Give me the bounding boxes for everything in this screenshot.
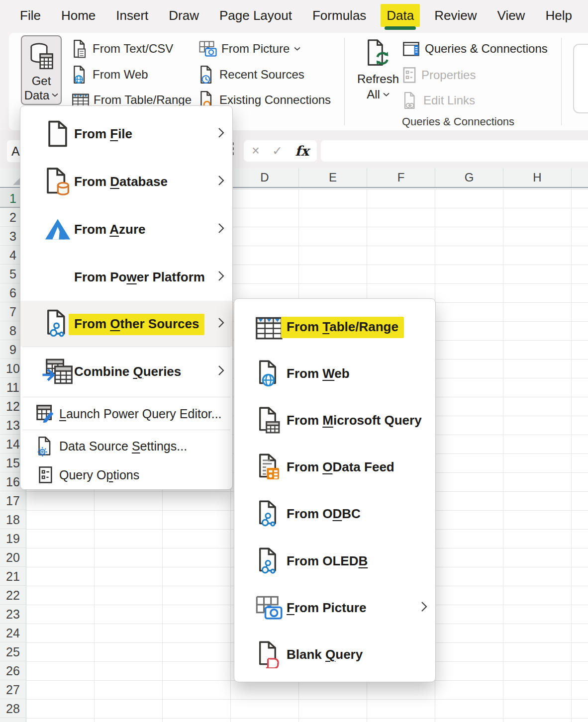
tab-file[interactable]: File <box>20 1 41 30</box>
row-header-20[interactable]: 20 <box>0 548 26 567</box>
submenu-item-from-odbc[interactable]: From ODBC <box>234 491 435 538</box>
other-sources-submenu: From Table/Range From Web From Microsoft… <box>234 298 436 682</box>
ribbon-tab-bar: File Home Insert Draw Page Layout Formul… <box>0 0 588 31</box>
get-data-icon <box>26 42 57 74</box>
menu-item-from-file[interactable]: From File <box>20 110 232 158</box>
tab-insert[interactable]: Insert <box>116 1 148 30</box>
menu-item-from-azure[interactable]: From Azure <box>20 205 232 253</box>
submenu-item-from-odata-feed[interactable]: From OData Feed <box>234 444 435 491</box>
column-header-E[interactable]: E <box>298 168 367 187</box>
text-csv-icon <box>72 39 88 58</box>
menu-item-combine-queries[interactable]: Combine Queries <box>20 348 232 395</box>
menu-item-from-power-platform[interactable]: From Power Platform <box>20 253 232 301</box>
submenu-item-from-web[interactable]: From Web <box>234 350 435 397</box>
tab-home[interactable]: Home <box>61 1 96 30</box>
group-divider <box>344 38 345 125</box>
menu-separator <box>22 347 230 347</box>
chevron-down-icon <box>294 47 300 51</box>
row-header-19[interactable]: 19 <box>0 529 26 548</box>
tab-review[interactable]: Review <box>434 1 477 30</box>
menu-separator <box>22 397 230 397</box>
submenu-item-from-picture[interactable]: From Picture <box>234 584 435 631</box>
web-icon <box>251 360 287 387</box>
row-header-23[interactable]: 23 <box>0 605 26 624</box>
queries-connections-icon <box>403 42 419 56</box>
recent-sources-button[interactable]: Recent Sources <box>199 65 304 84</box>
row-header-22[interactable]: 22 <box>0 586 26 605</box>
combine-queries-icon <box>41 359 74 384</box>
row-header-25[interactable]: 25 <box>0 642 26 661</box>
menu-item-data-source-settings[interactable]: Data Source Settings... <box>20 431 232 461</box>
submenu-arrow-icon <box>218 127 224 140</box>
submenu-arrow-icon <box>218 223 224 236</box>
row-header-24[interactable]: 24 <box>0 624 26 642</box>
from-text-csv-button[interactable]: From Text/CSV <box>72 39 173 58</box>
column-header-H[interactable]: H <box>503 168 571 187</box>
blank-query-icon <box>251 641 287 668</box>
menu-item-launch-power-query-editor[interactable]: Launch Power Query Editor... <box>20 399 232 429</box>
properties-button: Properties <box>403 66 476 84</box>
odbc-icon <box>251 500 287 528</box>
enter-icon[interactable]: ✓ <box>272 144 283 158</box>
submenu-item-from-microsoft-query[interactable]: From Microsoft Query <box>234 397 435 444</box>
row-header-28[interactable]: 28 <box>0 699 26 718</box>
get-data-button[interactable]: Get Data <box>21 35 62 105</box>
submenu-item-from-oledb[interactable]: From OLEDB <box>234 538 435 584</box>
refresh-icon <box>365 39 391 68</box>
chevron-down-icon <box>52 93 58 97</box>
tab-formulas[interactable]: Formulas <box>312 1 366 30</box>
database-icon <box>41 167 74 196</box>
ribbon-gallery-partial <box>573 44 588 113</box>
microsoft-query-icon <box>251 407 287 434</box>
edit-links-button: Edit Links <box>403 91 475 109</box>
tab-page-layout[interactable]: Page Layout <box>219 1 292 30</box>
data-source-settings-icon <box>36 436 54 456</box>
azure-icon <box>41 218 74 240</box>
refresh-all-button[interactable]: Refresh All <box>356 39 400 102</box>
get-data-label-1: Get <box>32 74 51 88</box>
from-web-button[interactable]: From Web <box>72 65 148 84</box>
get-data-menu: From File From Database From Azure From … <box>20 105 233 490</box>
get-data-label-2: Data <box>24 88 50 102</box>
queries-connections-button[interactable]: Queries & Connections <box>403 40 548 58</box>
column-header-F[interactable]: F <box>367 168 435 187</box>
submenu-item-from-table-range[interactable]: From Table/Range <box>234 303 435 350</box>
chevron-down-icon <box>383 92 390 96</box>
tab-help[interactable]: Help <box>545 1 572 30</box>
row-header-18[interactable]: 18 <box>0 510 26 529</box>
menu-separator <box>22 430 230 430</box>
menu-item-from-other-sources[interactable]: From Other Sources <box>20 301 232 347</box>
tab-draw[interactable]: Draw <box>169 1 199 30</box>
active-tab-underline <box>385 26 416 30</box>
tab-view[interactable]: View <box>497 1 525 30</box>
insert-function-icon[interactable]: fx <box>295 143 309 159</box>
cancel-icon[interactable]: × <box>252 143 260 159</box>
submenu-item-blank-query[interactable]: Blank Query <box>234 631 435 678</box>
column-header-D[interactable]: D <box>230 168 298 187</box>
power-query-editor-icon <box>36 405 54 423</box>
row-header-21[interactable]: 21 <box>0 567 26 586</box>
group-divider <box>561 38 562 125</box>
menu-item-query-options[interactable]: Query Options <box>20 461 232 488</box>
group-label-queries-connections: Queries & Connections <box>372 115 544 128</box>
tab-data[interactable]: Data <box>387 1 414 30</box>
file-icon <box>41 120 74 147</box>
oledb-icon <box>251 547 287 575</box>
submenu-arrow-icon <box>218 317 224 330</box>
column-header-G[interactable]: G <box>435 168 503 187</box>
picture-icon <box>251 596 287 620</box>
picture-icon <box>199 41 217 57</box>
menu-item-from-database[interactable]: From Database <box>20 158 232 205</box>
submenu-arrow-icon <box>218 271 224 283</box>
formula-controls: × ✓ fx <box>244 140 317 162</box>
properties-icon <box>403 67 416 83</box>
row-header-26[interactable]: 26 <box>0 661 26 680</box>
web-icon <box>72 65 88 84</box>
formula-input[interactable] <box>321 140 588 162</box>
from-picture-button[interactable]: From Picture <box>199 39 300 58</box>
odata-feed-icon <box>251 453 287 481</box>
query-options-icon <box>36 466 54 483</box>
row-header-17[interactable]: 17 <box>0 491 26 510</box>
row-header-27[interactable]: 27 <box>0 680 26 699</box>
excel-window: File Home Insert Draw Page Layout Formul… <box>0 0 588 722</box>
